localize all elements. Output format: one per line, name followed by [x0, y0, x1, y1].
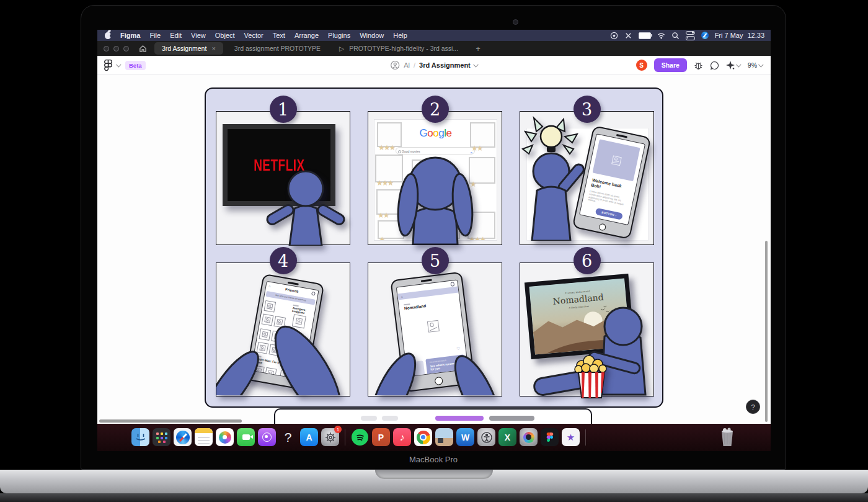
popcorn-box — [574, 355, 609, 400]
menu-arrange[interactable]: Arrange — [294, 32, 319, 39]
dock-appstore-icon[interactable]: A — [300, 428, 318, 446]
phone-home-button — [598, 223, 606, 231]
menu-vector[interactable]: Vector — [244, 32, 264, 39]
breadcrumb-team[interactable]: Al — [404, 61, 410, 69]
dock-imovie-icon[interactable]: ★ — [562, 428, 580, 446]
dock-music-icon[interactable]: ♪ — [393, 428, 411, 446]
vertical-scrollbar[interactable] — [765, 241, 768, 422]
avatar-outline-icon[interactable] — [390, 60, 400, 70]
chevron-down-icon[interactable] — [116, 62, 121, 67]
dock-notes-icon[interactable] — [195, 428, 213, 446]
image-icon — [611, 155, 622, 166]
dock-figma-icon[interactable] — [541, 428, 559, 446]
home-tab-icon[interactable] — [139, 45, 147, 53]
dock-finder-icon[interactable] — [131, 428, 149, 446]
dock-safari-icon[interactable] — [174, 428, 192, 446]
dock-spotify-icon[interactable] — [351, 428, 369, 446]
figma-main-menu-icon[interactable] — [104, 59, 113, 71]
storyboard-panel-1[interactable]: 1 NETFLIX — [216, 111, 350, 245]
beta-badge: Beta — [125, 61, 146, 70]
frame-bar-gray — [489, 416, 534, 421]
dock-accessibility-icon[interactable] — [477, 428, 495, 446]
safari-status-icon[interactable] — [701, 32, 709, 39]
wifi-icon[interactable] — [657, 32, 665, 40]
battery-charging-icon[interactable] — [639, 32, 651, 39]
storyboard-panel-6[interactable]: 6 Frances McDormand — [520, 262, 654, 397]
dock-excel-icon[interactable]: X — [498, 428, 516, 446]
menu-view[interactable]: View — [191, 32, 206, 39]
chevron-down-icon[interactable] — [473, 62, 478, 67]
partial-frame-below[interactable] — [274, 408, 592, 424]
control-center-icon[interactable] — [686, 31, 695, 40]
storyboard-panel-4[interactable]: 4 Friends ⌂ See what your friends are wa… — [216, 262, 350, 397]
sparkle-ai-icon[interactable] — [726, 61, 735, 69]
person-overwhelmed — [387, 148, 484, 244]
tab-3rd-assignment[interactable]: 3rd Assignment × — [154, 42, 223, 55]
chevron-down-icon[interactable] — [736, 62, 741, 67]
dock-trash-icon[interactable] — [719, 427, 735, 447]
dock-powerpoint-icon[interactable]: P — [372, 428, 390, 446]
panel-number-badge: 2 — [422, 96, 449, 123]
dock-podcasts-icon[interactable] — [258, 428, 276, 446]
screen-record-icon[interactable] — [610, 32, 618, 40]
result-thumbnail: ★★★ — [377, 122, 402, 147]
share-button[interactable]: Share — [654, 58, 687, 72]
menu-window[interactable]: Window — [360, 32, 384, 39]
horizontal-scrollbar[interactable] — [99, 419, 242, 423]
google-letter: o — [433, 127, 438, 139]
dock-word-icon[interactable]: W — [456, 428, 474, 446]
menu-file[interactable]: File — [149, 32, 161, 39]
zoom-control[interactable]: 9% — [748, 61, 763, 69]
user-avatar[interactable]: S — [636, 60, 647, 71]
dock-divider — [585, 429, 586, 446]
close-window-button[interactable] — [104, 46, 109, 52]
spotlight-search-icon[interactable] — [671, 32, 680, 40]
toolbar-right: S Share 9% — [636, 56, 763, 74]
menu-help[interactable]: Help — [393, 32, 407, 39]
window-controls — [97, 46, 135, 52]
tab-close-icon[interactable]: × — [211, 45, 215, 52]
play-icon: ▷ — [339, 45, 344, 52]
menu-text[interactable]: Text — [273, 32, 285, 39]
dock-chrome-icon[interactable] — [414, 428, 432, 446]
panel-number-badge: 1 — [270, 96, 297, 123]
imovie-star-glyph: ★ — [567, 432, 575, 443]
dock-photobooth-icon[interactable] — [520, 428, 538, 446]
bug-report-icon[interactable] — [694, 61, 703, 70]
menu-figma[interactable]: Figma — [120, 32, 140, 39]
storyboard-panel-5[interactable]: 5 ⌂ Nomadland ♡ RECOMMENDED — [368, 262, 502, 397]
apple-logo-icon[interactable] — [105, 32, 111, 39]
appstore-glyph: A — [306, 433, 312, 442]
tab-3rd-assignment-prototype[interactable]: 3rd assignment PROTOTYPE — [227, 42, 328, 55]
minimize-window-button[interactable] — [113, 46, 119, 52]
dock-photos-icon[interactable] — [216, 428, 234, 446]
figma-toolbar: Beta Al / 3rd Assignment S Share — [97, 56, 771, 74]
tab-label: 3rd Assignment — [162, 45, 206, 52]
dock-facetime-icon[interactable] — [237, 428, 255, 446]
breadcrumb-file-name[interactable]: 3rd Assignment — [419, 61, 471, 69]
dock-missing-app-icon[interactable]: ? — [279, 428, 297, 446]
dock-launchpad-icon[interactable] — [153, 428, 170, 446]
storyboard-frame[interactable]: 1 NETFLIX 2 Google — [205, 87, 663, 408]
tab-label: PROTOTYPE-high-fidelity - 3rd assi... — [349, 45, 458, 52]
storyboard-panel-2[interactable]: 2 Google Good movies× ★★★ ★★★ ★★ ★ ★★ ★ … — [368, 111, 502, 245]
dock-settings-icon[interactable]: 1 — [321, 428, 339, 446]
tab-prototype-high-fidelity[interactable]: ▷ PROTOTYPE-high-fidelity - 3rd assi... — [332, 42, 466, 55]
menu-edit[interactable]: Edit — [170, 32, 182, 39]
image-placeholder — [593, 139, 640, 181]
menu-plugins[interactable]: Plugins — [328, 32, 350, 39]
date-label: Fri 7 May — [715, 32, 743, 39]
zoom-window-button[interactable] — [123, 46, 129, 52]
help-button[interactable]: ? — [746, 400, 760, 414]
menu-object[interactable]: Object — [215, 32, 235, 39]
menubar-clock[interactable]: Fri 7 May 12.33 — [715, 32, 764, 39]
menubar-left: Figma File Edit View Object Vector Text … — [97, 32, 407, 39]
crossed-pencil-icon[interactable] — [624, 32, 632, 40]
comment-icon[interactable] — [710, 61, 719, 70]
figma-canvas[interactable]: 1 NETFLIX 2 Google — [97, 74, 771, 424]
new-tab-button[interactable]: + — [476, 44, 480, 53]
panel-number-badge: 5 — [422, 247, 449, 274]
breadcrumb-separator: / — [414, 61, 415, 69]
storyboard-panel-3[interactable]: 3 — [520, 111, 654, 245]
dock-photo-thumbnail-icon[interactable] — [435, 428, 453, 446]
